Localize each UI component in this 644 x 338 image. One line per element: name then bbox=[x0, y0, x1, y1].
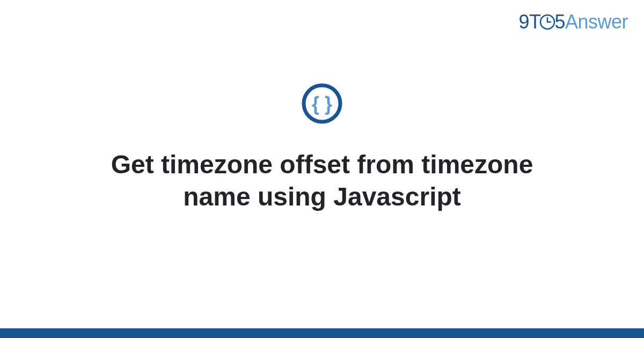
question-title: Get timezone offset from timezone name u… bbox=[54, 149, 590, 213]
main-content: { } Get timezone offset from timezone na… bbox=[0, 0, 644, 338]
curly-braces-icon: { } bbox=[301, 82, 343, 127]
footer-bar bbox=[0, 328, 644, 338]
svg-text:{ }: { } bbox=[312, 93, 332, 115]
